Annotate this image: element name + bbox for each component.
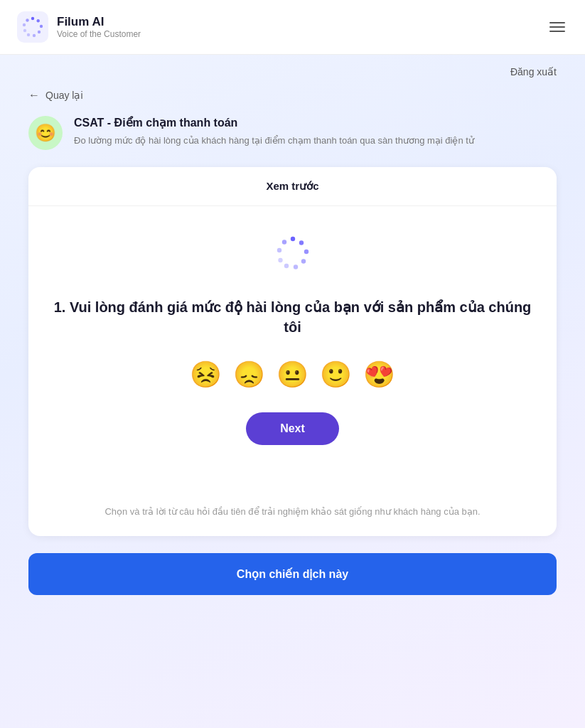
svg-point-14: [284, 264, 288, 268]
back-arrow-icon: ←: [28, 89, 40, 102]
svg-point-6: [23, 29, 26, 32]
svg-point-0: [31, 17, 34, 20]
emoji-rating-row: 😣 😞 😐 🙂 😍: [190, 360, 395, 390]
app-subtitle: Voice of the Customer: [57, 29, 141, 39]
svg-point-8: [26, 18, 28, 21]
svg-point-7: [23, 23, 26, 26]
preview-footer-hint: Chọn và trả lời từ câu hỏi đầu tiên để t…: [28, 505, 557, 536]
svg-point-3: [38, 31, 41, 33]
campaign-icon: 😊: [28, 116, 63, 150]
hamburger-line-3: [549, 31, 565, 32]
preview-card-header: Xem trước: [28, 167, 557, 206]
emoji-3[interactable]: 😐: [277, 360, 308, 390]
app-name: Filum AI: [57, 15, 141, 29]
choose-campaign-button[interactable]: Chọn chiến dịch này: [28, 553, 557, 595]
svg-point-17: [281, 240, 286, 244]
campaign-info: 😊 CSAT - Điểm chạm thanh toán Đo lường m…: [28, 116, 557, 150]
svg-point-4: [33, 34, 36, 37]
svg-point-5: [27, 33, 30, 36]
hamburger-menu-button[interactable]: [547, 19, 568, 35]
next-button[interactable]: Next: [246, 412, 339, 445]
survey-question: 1. Vui lòng đánh giá mức độ hài lòng của…: [45, 297, 540, 337]
preview-logo-icon: [274, 235, 311, 272]
preview-body: 1. Vui lòng đánh giá mức độ hài lòng của…: [28, 206, 557, 505]
hamburger-line-1: [549, 22, 565, 23]
emoji-5[interactable]: 😍: [363, 360, 395, 390]
preview-card: Xem trước 1. Vui lòng đánh giá mức đ: [28, 167, 557, 536]
header-text: Filum AI Voice of the Customer: [57, 15, 141, 39]
svg-point-15: [278, 258, 282, 262]
svg-point-9: [290, 237, 294, 241]
back-label: Quay lại: [45, 90, 83, 101]
svg-point-10: [299, 240, 303, 245]
filum-logo-preview: [274, 235, 311, 274]
back-link[interactable]: ← Quay lại: [28, 89, 83, 102]
svg-point-16: [277, 248, 281, 252]
emoji-2[interactable]: 😞: [233, 360, 265, 390]
app-header: Filum AI Voice of the Customer: [0, 0, 585, 55]
svg-point-13: [293, 264, 297, 269]
app-logo: [17, 11, 48, 43]
logout-button[interactable]: Đăng xuất: [510, 66, 557, 77]
top-bar: Đăng xuất: [0, 55, 585, 89]
emoji-1[interactable]: 😣: [190, 360, 222, 390]
hamburger-line-2: [549, 26, 565, 28]
svg-point-11: [304, 250, 308, 254]
campaign-details: CSAT - Điểm chạm thanh toán Đo lường mức…: [74, 116, 474, 148]
header-brand: Filum AI Voice of the Customer: [17, 11, 141, 43]
preview-header-label: Xem trước: [266, 180, 318, 192]
campaign-description: Đo lường mức độ hài lòng của khách hàng …: [74, 134, 474, 148]
campaign-title: CSAT - Điểm chạm thanh toán: [74, 116, 474, 129]
emoji-4[interactable]: 🙂: [320, 360, 352, 390]
main-content: ← Quay lại 😊 CSAT - Điểm chạm thanh toán…: [0, 89, 585, 623]
logo-icon: [21, 16, 44, 38]
svg-point-12: [301, 259, 305, 263]
svg-point-2: [40, 25, 43, 28]
svg-point-1: [37, 19, 40, 22]
